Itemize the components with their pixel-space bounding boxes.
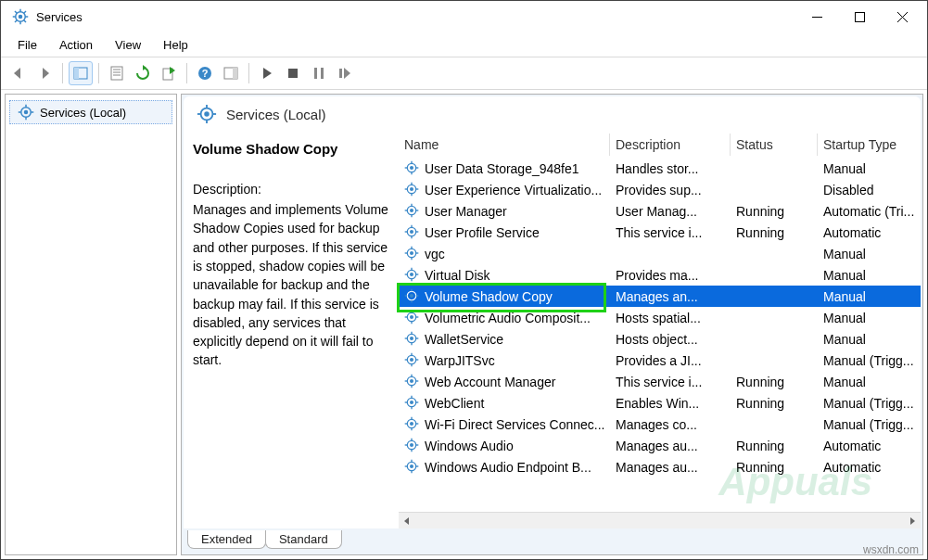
service-description: Manages au... xyxy=(610,460,731,475)
table-row[interactable]: User Profile ServiceThis service i...Run… xyxy=(399,222,921,243)
svg-point-66 xyxy=(410,251,413,255)
service-description: Handles stor... xyxy=(610,161,731,176)
maximize-button[interactable] xyxy=(838,3,881,31)
stop-service-button[interactable] xyxy=(281,61,305,85)
refresh-button[interactable] xyxy=(131,61,155,85)
service-status: Running xyxy=(731,225,818,240)
minimize-button[interactable] xyxy=(795,3,838,31)
col-name[interactable]: Name xyxy=(399,134,610,156)
col-status[interactable]: Status xyxy=(731,134,818,156)
table-row[interactable]: Wi-Fi Direct Services Connec...Manages c… xyxy=(399,414,921,435)
scroll-right-icon[interactable] xyxy=(904,513,921,529)
service-startup: Manual xyxy=(818,247,921,261)
svg-point-60 xyxy=(410,230,413,234)
tab-standard[interactable]: Standard xyxy=(265,530,342,549)
service-status: Running xyxy=(731,439,818,453)
table-row[interactable]: Windows AudioManages au...RunningAutomat… xyxy=(399,435,921,456)
svg-point-120 xyxy=(410,443,413,447)
service-description: Hosts object... xyxy=(610,332,731,347)
panel-header: Services (Local) xyxy=(184,96,921,132)
service-description: Provides ma... xyxy=(610,268,731,283)
menu-help[interactable]: Help xyxy=(154,36,197,54)
tree-root-services-local[interactable]: Services (Local) xyxy=(9,100,172,124)
selected-service-name: Volume Shadow Copy xyxy=(193,139,389,159)
table-row[interactable]: Virtual DiskProvides ma...ManualLo xyxy=(399,264,921,286)
forward-button[interactable] xyxy=(32,61,57,85)
description-text: Manages and implements Volume Shadow Cop… xyxy=(193,200,389,370)
service-name: Windows Audio xyxy=(425,439,514,453)
menu-file[interactable]: File xyxy=(8,36,46,54)
col-startup[interactable]: Startup Type xyxy=(818,134,928,156)
svg-point-1 xyxy=(19,15,23,19)
service-name: Virtual Disk xyxy=(425,268,490,283)
help-button[interactable]: ? xyxy=(193,61,217,85)
svg-point-126 xyxy=(410,465,413,468)
svg-line-9 xyxy=(24,11,26,13)
table-row[interactable]: Volumetric Audio Composit...Hosts spatia… xyxy=(399,307,921,328)
service-name: User Profile Service xyxy=(425,225,540,240)
service-startup: Manual (Trigg... xyxy=(818,417,921,432)
svg-point-78 xyxy=(410,294,413,298)
col-description[interactable]: Description xyxy=(610,134,731,156)
rows-container: User Data Storage_948fe1Handles stor...M… xyxy=(399,158,921,512)
service-description: Manages au... xyxy=(610,439,731,453)
menu-view[interactable]: View xyxy=(106,36,150,54)
gear-icon xyxy=(404,246,421,262)
service-startup: Automatic xyxy=(818,439,921,453)
svg-point-54 xyxy=(410,209,413,212)
show-hide-action-button[interactable] xyxy=(219,61,243,85)
pause-service-button[interactable] xyxy=(307,61,331,85)
service-startup: Manual xyxy=(818,161,921,176)
service-name: vgc xyxy=(425,247,445,261)
service-startup: Automatic xyxy=(818,460,921,475)
table-row[interactable]: User Experience Virtualizatio...Provides… xyxy=(399,179,921,200)
svg-rect-27 xyxy=(321,68,324,79)
gear-icon xyxy=(404,224,421,241)
service-description: This service i... xyxy=(610,375,731,389)
toolbar-separator xyxy=(186,63,187,83)
table-row[interactable]: vgcManualLo xyxy=(399,243,921,264)
gear-icon xyxy=(197,104,217,124)
tree-root-label: Services (Local) xyxy=(40,106,126,120)
service-startup: Manual xyxy=(818,375,921,389)
table-row[interactable]: WalletServiceHosts object...ManualLo xyxy=(399,328,921,350)
service-name: User Data Storage_948fe1 xyxy=(425,161,579,176)
toolbar-separator xyxy=(62,63,63,83)
service-description: Enables Win... xyxy=(610,396,731,411)
table-row[interactable]: User ManagerUser Manag...RunningAutomati… xyxy=(399,200,921,222)
close-button[interactable] xyxy=(881,3,923,31)
properties-button[interactable] xyxy=(105,61,129,85)
table-row[interactable]: WarpJITSvcProvides a JI...Manual (Trigg.… xyxy=(399,350,921,371)
menu-action[interactable]: Action xyxy=(50,36,102,54)
table-row[interactable]: User Data Storage_948fe1Handles stor...M… xyxy=(399,158,921,179)
service-name: WalletService xyxy=(425,332,503,347)
gear-icon xyxy=(404,160,421,177)
start-service-button[interactable] xyxy=(255,61,279,85)
svg-rect-25 xyxy=(288,69,298,78)
tree-pane: Services (Local) xyxy=(5,94,177,555)
service-startup: Automatic xyxy=(818,225,921,240)
back-button[interactable] xyxy=(6,61,31,85)
show-hide-tree-button[interactable] xyxy=(69,61,93,85)
service-startup: Manual (Trigg... xyxy=(818,396,921,411)
gear-icon xyxy=(404,288,421,305)
services-window: Services File Action View Help ? xyxy=(0,0,928,560)
horizontal-scrollbar[interactable] xyxy=(399,512,921,528)
service-startup: Manual xyxy=(818,332,921,347)
table-row[interactable]: Windows Audio Endpoint B...Manages au...… xyxy=(399,456,921,477)
gear-icon xyxy=(404,395,421,412)
list-header: Name Description Status Startup Type Lo xyxy=(399,132,921,158)
table-row[interactable]: WebClientEnables Win...RunningManual (Tr… xyxy=(399,392,921,414)
table-row[interactable]: Volume Shadow CopyManages an...ManualLo xyxy=(399,286,921,307)
scroll-left-icon[interactable] xyxy=(399,513,415,529)
service-status: Running xyxy=(731,204,818,219)
tab-extended[interactable]: Extended xyxy=(187,530,266,549)
svg-point-90 xyxy=(410,337,413,340)
table-row[interactable]: Web Account ManagerThis service i...Runn… xyxy=(399,371,921,392)
service-name: User Experience Virtualizatio... xyxy=(425,183,602,197)
description-label: Description: xyxy=(193,180,389,198)
svg-text:?: ? xyxy=(202,68,209,79)
restart-service-button[interactable] xyxy=(333,61,357,85)
service-status: Running xyxy=(731,460,818,475)
export-button[interactable] xyxy=(157,61,181,85)
